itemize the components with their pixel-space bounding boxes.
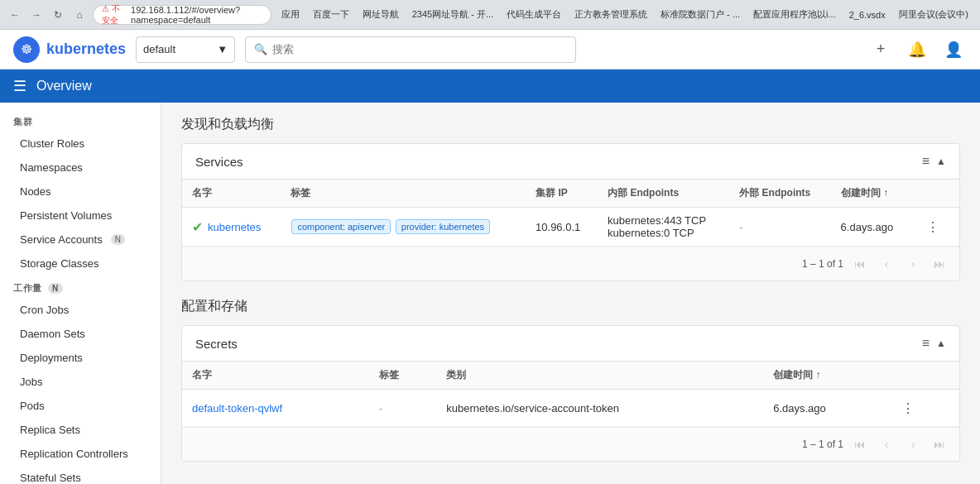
services-prev-page-btn[interactable]: ‹ xyxy=(877,254,896,274)
forward-btn[interactable]: → xyxy=(28,7,45,23)
bookmark-2[interactable]: 百度一下 xyxy=(308,7,354,22)
sidebar-item-persistent-volumes[interactable]: Persistent Volumes xyxy=(0,204,161,228)
secrets-card-title-bar: Secrets ≡ ▲ xyxy=(182,326,959,362)
services-card-actions: ≡ ▲ xyxy=(922,154,946,169)
bookmarks-bar: 应用 百度一下 网址导航 2345网址导航 - 开... 代码生成平台 正方教务… xyxy=(276,7,973,22)
account-button[interactable]: 👤 xyxy=(940,36,967,63)
sidebar-item-pods[interactable]: Pods xyxy=(0,394,161,418)
search-icon: 🔍 xyxy=(254,43,267,55)
secrets-sort-up-icon: ↑ xyxy=(816,369,821,381)
secrets-col-type: 类别 xyxy=(436,362,763,390)
app-bar-actions: + 🔔 👤 xyxy=(867,36,967,63)
secrets-card-actions: ≡ ▲ xyxy=(922,336,946,351)
menu-icon[interactable]: ☰ xyxy=(13,77,26,95)
services-row-status: ✔ kubernetes xyxy=(182,208,281,247)
bookmark-10[interactable]: 阿里会议(会议中) xyxy=(894,7,973,22)
notifications-button[interactable]: 🔔 xyxy=(904,36,930,63)
bookmark-7[interactable]: 标准院数据门户 - ... xyxy=(656,7,745,22)
logo-area: ☸ kubernetes xyxy=(13,36,126,63)
security-warning: ⚠ 不安全 xyxy=(102,3,126,26)
services-row-created: 6.days.ago xyxy=(831,208,911,247)
search-input[interactable] xyxy=(272,43,567,55)
secrets-pagination-text: 1 – 1 of 1 xyxy=(802,438,843,450)
services-pagination: 1 – 1 of 1 ⏮ ‹ › ⏭ xyxy=(182,247,959,280)
bookmark-1[interactable]: 应用 xyxy=(276,7,305,22)
secrets-card-title: Secrets xyxy=(195,337,238,351)
sidebar-cron-jobs-label: Cron Jobs xyxy=(20,304,69,316)
back-btn[interactable]: ← xyxy=(7,7,23,23)
sidebar-item-daemon-sets[interactable]: Daemon Sets xyxy=(0,322,161,346)
services-collapse-icon[interactable]: ▲ xyxy=(936,156,946,167)
bookmark-3[interactable]: 网址导航 xyxy=(358,7,404,22)
services-more-button[interactable]: ⋮ xyxy=(921,215,944,238)
services-last-page-btn[interactable]: ⏭ xyxy=(930,254,949,274)
bookmark-4[interactable]: 2345网址导航 - 开... xyxy=(407,7,498,22)
sidebar-item-replica-sets[interactable]: Replica Sets xyxy=(0,418,161,442)
sidebar-item-deployments[interactable]: Deployments xyxy=(0,346,161,370)
page-title: Overview xyxy=(36,79,92,93)
secrets-col-tags: 标签 xyxy=(369,362,436,390)
secrets-card: Secrets ≡ ▲ 名字 标签 类别 创建时间 ↑ xyxy=(181,325,960,462)
search-bar[interactable]: 🔍 xyxy=(245,36,576,63)
services-next-page-btn[interactable]: › xyxy=(903,254,923,274)
secrets-collapse-icon[interactable]: ▲ xyxy=(936,338,946,349)
page-header: ☰ Overview xyxy=(0,69,980,103)
sidebar-pods-label: Pods xyxy=(20,400,45,412)
sidebar-item-cluster-roles[interactable]: Cluster Roles xyxy=(0,132,161,156)
secrets-row-created: 6.days.ago xyxy=(763,390,886,427)
reload-btn[interactable]: ↻ xyxy=(50,7,66,23)
workload-section-title: 工作量 N xyxy=(0,276,161,298)
sidebar-item-jobs[interactable]: Jobs xyxy=(0,370,161,394)
sidebar-item-namespaces[interactable]: Namespaces xyxy=(0,156,161,180)
secrets-more-button[interactable]: ⋮ xyxy=(896,396,920,419)
bookmark-8[interactable]: 配置应用程序池以i... xyxy=(748,7,841,22)
secrets-first-page-btn[interactable]: ⏮ xyxy=(850,434,870,454)
logo-text: kubernetes xyxy=(46,41,126,58)
bookmark-6[interactable]: 正方教务管理系统 xyxy=(569,7,652,22)
services-row-more: ⋮ xyxy=(911,208,959,247)
sidebar-item-nodes[interactable]: Nodes xyxy=(0,180,161,204)
secrets-prev-page-btn[interactable]: ‹ xyxy=(877,434,896,454)
services-filter-icon[interactable]: ≡ xyxy=(922,154,930,169)
bookmark-9[interactable]: 2_6.vsdx xyxy=(844,8,891,22)
services-col-name: 名字 xyxy=(182,180,281,208)
secrets-table: 名字 标签 类别 创建时间 ↑ default-token-qvlwf xyxy=(182,362,959,427)
content-area: 发现和负载均衡 Services ≡ ▲ 名字 标签 集群 IP 内部 Endp… xyxy=(161,103,980,484)
namespace-value: default xyxy=(143,43,175,55)
services-card-title: Services xyxy=(195,155,243,169)
sidebar-item-stateful-sets[interactable]: Stateful Sets xyxy=(0,466,161,484)
sidebar-jobs-label: Jobs xyxy=(20,376,42,388)
namespace-selector[interactable]: default ▼ xyxy=(136,36,235,63)
sidebar-replica-sets-label: Replica Sets xyxy=(20,424,80,436)
services-row-cluster-ip: 10.96.0.1 xyxy=(526,208,598,247)
services-pagination-text: 1 – 1 of 1 xyxy=(802,258,843,270)
home-btn[interactable]: ⌂ xyxy=(71,7,88,23)
service-tag-1: component: apiserver xyxy=(291,219,391,234)
secrets-row-type: kubernetes.io/service-account-token xyxy=(436,390,763,427)
sidebar-item-storage-classes[interactable]: Storage Classes xyxy=(0,252,161,276)
services-col-tags: 标签 xyxy=(281,180,526,208)
secrets-filter-icon[interactable]: ≡ xyxy=(922,336,930,351)
sidebar-stateful-sets-label: Stateful Sets xyxy=(20,472,81,484)
sidebar-item-replication-controllers[interactable]: Replication Controllers xyxy=(0,442,161,466)
secrets-row-name: default-token-qvlwf xyxy=(182,390,369,427)
main-layout: 集群 Cluster Roles Namespaces Nodes Persis… xyxy=(0,103,980,484)
sidebar-deployments-label: Deployments xyxy=(20,352,83,364)
sidebar-item-cron-jobs[interactable]: Cron Jobs xyxy=(0,298,161,322)
cluster-section-title: 集群 xyxy=(0,109,161,132)
address-bar[interactable]: ⚠ 不安全 192.168.1.112/#/overview?namespace… xyxy=(93,5,271,25)
secrets-last-page-btn[interactable]: ⏭ xyxy=(930,434,949,454)
sidebar-item-service-accounts[interactable]: Service Accounts N xyxy=(0,228,161,252)
services-first-page-btn[interactable]: ⏮ xyxy=(850,254,870,274)
add-button[interactable]: + xyxy=(867,36,894,63)
sort-up-icon: ↑ xyxy=(883,187,888,199)
services-col-actions xyxy=(911,180,959,208)
service-accounts-badge: N xyxy=(111,234,125,245)
service-name-link[interactable]: kubernetes xyxy=(208,221,261,233)
secrets-next-page-btn[interactable]: › xyxy=(903,434,923,454)
secret-name-link[interactable]: default-token-qvlwf xyxy=(192,402,282,415)
services-row-internal-ep: kubernetes:443 TCP kubernetes:0 TCP xyxy=(598,208,729,247)
table-row: default-token-qvlwf - kubernetes.io/serv… xyxy=(182,390,959,427)
service-tag-2: provider: kubernetes xyxy=(396,219,490,234)
bookmark-5[interactable]: 代码生成平台 xyxy=(502,7,566,22)
